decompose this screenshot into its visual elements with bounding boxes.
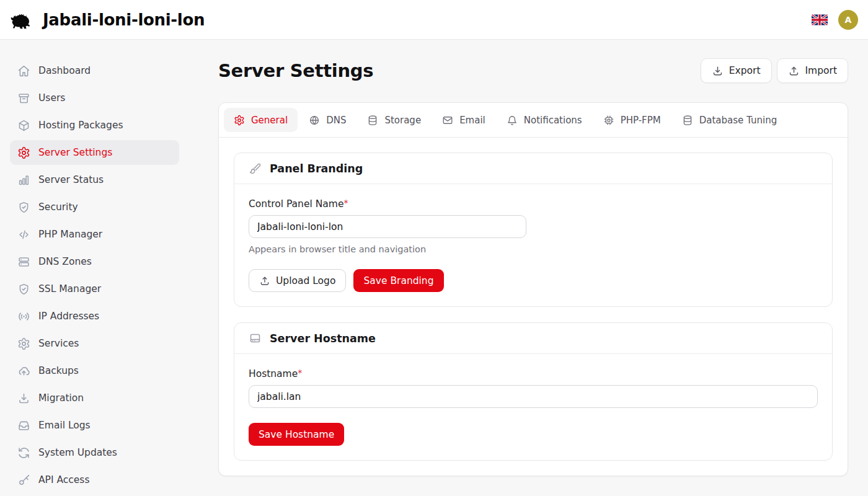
tab-label: Notifications (524, 115, 582, 126)
tab-database-tuning[interactable]: Database Tuning (672, 108, 787, 132)
tab-notifications[interactable]: Notifications (497, 108, 592, 132)
refresh-icon (17, 446, 30, 459)
sidebar-item-email-logs[interactable]: Email Logs (10, 413, 179, 438)
bell-icon (507, 115, 518, 126)
tab-label: General (251, 115, 288, 126)
top-header: Jabali-loni-loni-lon A (0, 0, 868, 40)
panel-branding-card: Panel Branding Control Panel Name* Appea… (234, 153, 833, 307)
globe-icon (309, 115, 320, 126)
paintbrush-icon (249, 162, 262, 175)
mail-icon (442, 115, 453, 126)
main-content: Server Settings ExportImport GeneralDNSS… (189, 40, 868, 496)
inbox-icon (17, 419, 30, 432)
card-title: Panel Branding (270, 162, 363, 175)
sidebar-item-label: Users (38, 92, 65, 104)
gear-icon (17, 146, 30, 159)
sidebar-item-dashboard[interactable]: Dashboard (10, 58, 179, 83)
gear-icon (17, 337, 30, 350)
page-actions: ExportImport (701, 58, 848, 83)
tab-label: Email (459, 115, 485, 126)
sidebar-item-php-manager[interactable]: PHP Manager (10, 222, 179, 247)
app-title: Jabali-loni-loni-lon (43, 11, 205, 29)
sidebar-item-hosting-packages[interactable]: Hosting Packages (10, 113, 179, 138)
tab-label: PHP-FPM (621, 115, 661, 126)
package-icon (17, 119, 30, 132)
sidebar-item-label: Email Logs (38, 420, 91, 431)
settings-tabs: GeneralDNSStorageEmailNotificationsPHP-F… (219, 103, 848, 138)
hostname-input[interactable] (249, 385, 818, 408)
sidebar-item-label: API Access (38, 474, 90, 485)
upload-icon (788, 65, 800, 77)
cpu-icon (603, 115, 614, 126)
sidebar-item-label: Backups (38, 365, 79, 376)
upload-icon (259, 275, 270, 286)
tab-dns[interactable]: DNS (299, 108, 356, 132)
upload-logo-label: Upload Logo (276, 275, 335, 286)
sidebar-item-label: PHP Manager (38, 229, 102, 240)
download-icon (712, 65, 724, 77)
database-icon (682, 115, 693, 126)
sidebar-item-api-access[interactable]: API Access (10, 467, 179, 492)
code-icon (17, 228, 30, 241)
control-panel-name-input[interactable] (249, 215, 526, 238)
settings-panel: GeneralDNSStorageEmailNotificationsPHP-F… (218, 102, 848, 476)
server-hostname-card: Server Hostname Hostname* Save Hostname (234, 322, 833, 461)
sidebar-item-label: IP Addresses (38, 311, 99, 322)
cloud-upload-icon (17, 365, 30, 378)
sidebar-item-migration[interactable]: Migration (10, 386, 179, 410)
required-marker: * (343, 198, 348, 208)
sidebar-item-label: Hosting Packages (38, 120, 123, 131)
sidebar-item-ip-addresses[interactable]: IP Addresses (10, 304, 179, 329)
action-label: Export (729, 65, 761, 76)
sidebar-item-ssl-manager[interactable]: SSL Manager (10, 277, 179, 301)
shield-check-icon (17, 283, 30, 296)
shield-check-icon (17, 201, 30, 214)
broadcast-icon (17, 310, 30, 323)
sidebar-item-label: Server Settings (38, 147, 112, 158)
sidebar-item-server-status[interactable]: Server Status (10, 167, 179, 192)
control-panel-name-label: Control Panel Name* (249, 198, 818, 210)
tab-label: Storage (384, 115, 421, 126)
sidebar-item-services[interactable]: Services (10, 331, 179, 356)
action-label: Import (805, 65, 837, 76)
boar-icon (9, 10, 37, 29)
home-icon (17, 64, 30, 78)
sidebar-item-label: Dashboard (38, 65, 91, 76)
users-icon (17, 92, 30, 105)
sidebar-item-system-updates[interactable]: System Updates (10, 440, 179, 465)
sidebar-item-dns-zones[interactable]: DNS Zones (10, 249, 179, 274)
tab-storage[interactable]: Storage (357, 108, 431, 132)
server-icon (249, 332, 262, 345)
tab-php-fpm[interactable]: PHP-FPM (593, 108, 671, 132)
upload-logo-button[interactable]: Upload Logo (249, 269, 346, 292)
sidebar-nav: DashboardUsersHosting PackagesServer Set… (0, 40, 189, 496)
tab-email[interactable]: Email (432, 108, 495, 132)
save-hostname-button[interactable]: Save Hostname (249, 423, 344, 446)
export-button[interactable]: Export (701, 58, 772, 83)
sidebar-item-label: Migration (38, 392, 84, 404)
sidebar-item-security[interactable]: Security (10, 195, 179, 219)
database-icon (367, 115, 378, 126)
bar-chart-icon (17, 174, 30, 187)
gear-icon (234, 115, 245, 126)
sidebar-item-label: Services (38, 338, 79, 349)
control-panel-name-helper: Appears in browser title and navigation (249, 244, 818, 254)
app-brand: Jabali-loni-loni-lon (9, 10, 205, 29)
sidebar-item-label: SSL Manager (38, 283, 101, 294)
sidebar-item-label: DNS Zones (38, 256, 92, 267)
server-stack-icon (17, 255, 30, 268)
avatar[interactable]: A (838, 10, 858, 30)
sidebar-item-label: System Updates (38, 447, 117, 458)
sidebar-item-label: Server Status (38, 174, 104, 185)
key-icon (17, 474, 30, 487)
sidebar-item-users[interactable]: Users (10, 86, 179, 110)
tab-general[interactable]: General (224, 108, 298, 132)
import-button[interactable]: Import (777, 58, 848, 83)
sidebar-item-server-settings[interactable]: Server Settings (10, 140, 179, 165)
uk-flag-icon[interactable] (812, 14, 828, 25)
save-branding-button[interactable]: Save Branding (353, 269, 443, 292)
sidebar-item-backups[interactable]: Backups (10, 358, 179, 383)
tab-label: Database Tuning (699, 115, 777, 126)
card-title: Server Hostname (270, 332, 376, 345)
sidebar-item-label: Security (38, 202, 78, 213)
